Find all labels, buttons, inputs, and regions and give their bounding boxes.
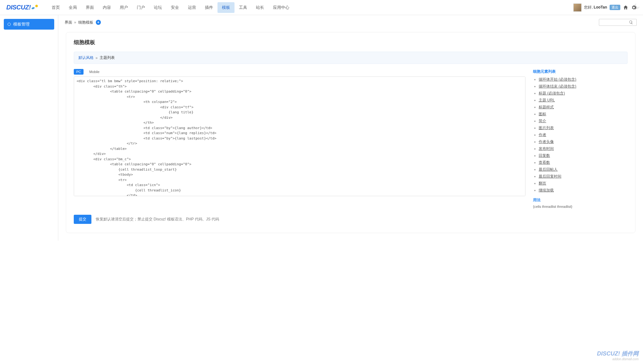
element-list-item: 标题 (必须包含) xyxy=(539,91,628,96)
element-link[interactable]: 图标 xyxy=(539,112,546,116)
top-nav-item[interactable]: 论坛 xyxy=(149,2,166,13)
element-list-title: 细胞元素列表 xyxy=(533,69,628,74)
top-nav-item[interactable]: 全局 xyxy=(64,2,81,13)
logo-text: DISCUZ xyxy=(6,4,29,11)
logout-button[interactable]: 退出 xyxy=(610,5,620,10)
element-link[interactable]: 循环体结束 (必须包含) xyxy=(539,84,576,88)
greeting: 您好, LooTan xyxy=(584,5,607,10)
top-nav-item[interactable]: 站长 xyxy=(252,2,269,13)
element-link[interactable]: 查看数 xyxy=(539,160,550,165)
element-link[interactable]: 标题样式 xyxy=(539,105,554,109)
element-list-item: 循环体开始 (必须包含) xyxy=(539,77,628,82)
main: 界面 » 细胞模板 + 细胞模板 默认风格 » 主题列表 PC xyxy=(58,15,643,241)
element-list-item: 图标 xyxy=(539,111,628,117)
add-button[interactable]: + xyxy=(96,20,101,25)
crumb-a[interactable]: 界面 xyxy=(65,20,72,25)
card: 细胞模板 默认风格 » 主题列表 PC Mobile 细胞元素列表 循环体开始 … xyxy=(66,32,635,233)
top-nav-item[interactable]: 门户 xyxy=(132,2,149,13)
element-list-item: 最后回复时间 xyxy=(539,174,628,179)
sidebar-item-label: 模板管理 xyxy=(13,21,30,27)
editor-tabs: PC Mobile xyxy=(74,69,525,75)
element-link[interactable]: 主题 URL xyxy=(539,98,555,102)
top-nav-item[interactable]: 运营 xyxy=(183,2,200,13)
element-list-item: 作者头像 xyxy=(539,139,628,145)
search-box[interactable] xyxy=(599,19,637,26)
breadcrumb: 界面 » 细胞模板 + xyxy=(58,15,643,30)
top-nav-item[interactable]: 工具 xyxy=(235,2,252,13)
element-list-item: 继续加载 xyxy=(539,188,628,193)
top-nav: 首页全局界面内容用户门户论坛安全运营插件模板工具站长应用中心 xyxy=(47,2,573,13)
element-list-item: 发布时间 xyxy=(539,146,628,151)
element-link[interactable]: 标题 (必须包含) xyxy=(539,91,565,95)
top-nav-item[interactable]: 模板 xyxy=(217,2,235,13)
usage-title: 用法 xyxy=(533,197,628,203)
top-nav-item[interactable]: 内容 xyxy=(98,2,115,13)
element-link[interactable]: 回复数 xyxy=(539,153,550,158)
code-textarea[interactable] xyxy=(74,77,525,196)
sub-breadcrumb: 默认风格 » 主题列表 xyxy=(74,52,628,64)
submit-button[interactable]: 提交 xyxy=(74,215,91,224)
element-list-item: 简介 xyxy=(539,118,628,124)
element-list-item: 翻页 xyxy=(539,181,628,186)
element-link[interactable]: 图片列表 xyxy=(539,126,554,130)
moon-icon xyxy=(633,3,640,11)
element-link[interactable]: 循环体开始 (必须包含) xyxy=(539,77,576,82)
element-list-item: 标题样式 xyxy=(539,105,628,110)
sub-crumb-a[interactable]: 默认风格 xyxy=(78,55,94,60)
top-nav-item[interactable]: 用户 xyxy=(115,2,132,13)
search-input[interactable] xyxy=(600,20,629,24)
element-link[interactable]: 作者头像 xyxy=(539,139,554,144)
logo[interactable]: DISCUZ! xyxy=(6,4,38,11)
top-nav-item[interactable]: 插件 xyxy=(200,2,217,13)
tab-mobile[interactable]: Mobile xyxy=(87,69,102,75)
element-list-item: 查看数 xyxy=(539,160,628,165)
sidebar-item-manage[interactable]: 模板管理 xyxy=(4,19,54,30)
element-list-item: 循环体结束 (必须包含) xyxy=(539,84,628,89)
element-list-item: 主题 URL xyxy=(539,98,628,103)
sub-crumb-sep: » xyxy=(96,56,98,60)
element-list-item: 最后回帖人 xyxy=(539,167,628,172)
top-nav-item[interactable]: 首页 xyxy=(47,2,64,13)
avatar[interactable] xyxy=(573,3,582,12)
tab-pc[interactable]: PC xyxy=(74,69,84,75)
element-link[interactable]: 翻页 xyxy=(539,181,546,185)
sub-crumb-b: 主题列表 xyxy=(100,55,115,60)
usage-code: {cells threadlist threadlist} xyxy=(533,205,628,208)
submit-hint: 恢复默认请清空后提交；禁止提交 Discuz! 模板语法、PHP 代码、JS 代… xyxy=(96,217,219,222)
sidebar: 模板管理 xyxy=(0,15,58,241)
element-panel: 细胞元素列表 循环体开始 (必须包含)循环体结束 (必须包含)标题 (必须包含)… xyxy=(533,69,628,208)
top-nav-item[interactable]: 界面 xyxy=(81,2,98,13)
element-link[interactable]: 发布时间 xyxy=(539,146,554,151)
element-link[interactable]: 继续加载 xyxy=(539,188,554,192)
element-list-item: 图片列表 xyxy=(539,125,628,131)
element-link[interactable]: 作者 xyxy=(539,133,546,137)
logo-swish-icon xyxy=(32,5,38,10)
crumb-sep: » xyxy=(74,20,76,25)
search-icon[interactable] xyxy=(629,20,633,25)
header: DISCUZ! 首页全局界面内容用户门户论坛安全运营插件模板工具站长应用中心 您… xyxy=(0,0,643,15)
top-nav-item[interactable]: 安全 xyxy=(166,2,183,13)
header-right: 您好, LooTan 退出 xyxy=(573,3,637,12)
element-list-item: 回复数 xyxy=(539,153,628,158)
element-link[interactable]: 简介 xyxy=(539,119,546,123)
element-list-item: 作者 xyxy=(539,132,628,138)
home-icon[interactable] xyxy=(623,5,629,10)
top-nav-item[interactable]: 应用中心 xyxy=(269,2,294,13)
page-title: 细胞模板 xyxy=(74,39,628,46)
crumb-b[interactable]: 细胞模板 xyxy=(78,20,93,25)
element-link[interactable]: 最后回复时间 xyxy=(539,174,561,179)
element-link[interactable]: 最后回帖人 xyxy=(539,167,558,172)
